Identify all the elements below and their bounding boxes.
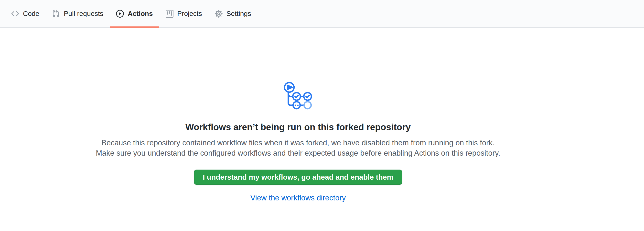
enable-workflows-button[interactable]: I understand my workflows, go ahead and … bbox=[194, 170, 402, 185]
gear-icon bbox=[215, 10, 222, 18]
project-icon bbox=[166, 10, 174, 18]
play-icon bbox=[116, 10, 124, 18]
tab-label: Code bbox=[23, 10, 39, 17]
tab-settings[interactable]: Settings bbox=[208, 0, 258, 27]
tab-pull-requests[interactable]: Pull requests bbox=[46, 0, 110, 27]
description-text: Because this repository contained workfl… bbox=[93, 138, 503, 158]
workflow-graph-icon bbox=[284, 82, 312, 110]
tab-actions[interactable]: Actions bbox=[110, 0, 159, 27]
actions-disabled-page: Workflows aren’t being run on this forke… bbox=[0, 82, 644, 202]
tab-projects[interactable]: Projects bbox=[159, 0, 208, 27]
tab-label: Projects bbox=[177, 10, 202, 17]
repo-nav: Code Pull requests Actions Projects bbox=[5, 0, 258, 27]
page-title: Workflows aren’t being run on this forke… bbox=[0, 122, 596, 133]
view-workflows-link[interactable]: View the workflows directory bbox=[250, 193, 346, 202]
button-row: I understand my workflows, go ahead and … bbox=[0, 158, 596, 185]
blankslate: Workflows aren’t being run on this forke… bbox=[0, 82, 596, 202]
tab-label: Settings bbox=[226, 10, 251, 17]
link-row: View the workflows directory bbox=[0, 193, 596, 202]
code-icon bbox=[11, 10, 19, 18]
tab-label: Actions bbox=[128, 10, 153, 17]
tab-label: Pull requests bbox=[64, 10, 103, 17]
repo-tab-header: Code Pull requests Actions Projects bbox=[0, 0, 644, 28]
pull-request-icon bbox=[52, 10, 60, 18]
tab-code[interactable]: Code bbox=[5, 0, 46, 27]
